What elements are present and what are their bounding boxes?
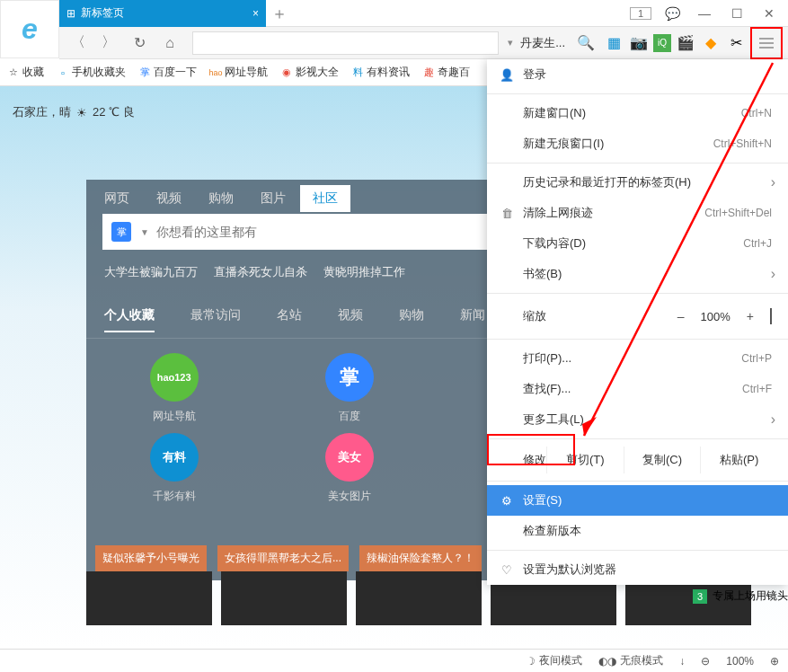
bookmark-mobile[interactable]: ▫手机收藏夹 [57,65,126,80]
nav-tab-sites[interactable]: 名站 [277,307,302,332]
tile-beauty[interactable]: 美女美女图片 [279,433,419,504]
menu-set-default[interactable]: ♡设置为默认浏览器 [487,554,788,585]
zoom-plus[interactable]: + [747,309,754,323]
bookmark-hao[interactable]: hao网址导航 [209,65,268,80]
menu-new-window[interactable]: 新建窗口(N)Ctrl+N [487,98,788,128]
search-tab-video[interactable]: 视频 [156,190,182,207]
nav-tab-shopping[interactable]: 购物 [399,307,424,332]
hamburger-icon [758,37,775,49]
zoom-minus[interactable]: – [677,309,685,323]
hot-item[interactable]: 3专属上场用镜头 [693,588,788,604]
search-engine-label[interactable]: 丹麦生... [517,35,569,51]
mask-icon: ◐◑ [598,655,616,668]
menu-paste[interactable]: 粘贴(P) [700,447,777,473]
zoom-out[interactable]: ⊖ [701,655,710,668]
baidu-paw-icon: 掌 [111,222,131,242]
grid-icon: ⊞ [66,7,75,20]
bookmark-fun[interactable]: 趣奇趣百 [422,65,470,80]
menu-check-update[interactable]: 检查新版本 [487,516,788,546]
reload-button[interactable]: ↻ [126,30,153,57]
iqiyi-icon[interactable]: iQ [653,34,671,52]
diamond-icon[interactable]: ◆ [700,32,722,54]
zoom-level[interactable]: 100% [726,655,754,668]
search-tab-shopping[interactable]: 购物 [208,190,234,207]
heart-icon: ♡ [500,563,514,577]
night-mode[interactable]: ☽夜间模式 [526,653,582,668]
back-button[interactable]: 〈 [65,30,92,57]
menu-history[interactable]: 历史记录和最近打开的标签页(H) [487,167,788,198]
new-tab-button[interactable]: ＋ [266,3,293,24]
address-bar[interactable] [192,31,499,55]
page-count[interactable]: 1 [630,7,651,20]
search-tab-community[interactable]: 社区 [300,185,350,212]
scissors-icon[interactable]: ✂ [725,32,747,54]
search-tab-image[interactable]: 图片 [261,190,286,207]
trash-icon: 🗑 [500,207,514,220]
tab-new[interactable]: ⊞ 新标签页 × [59,0,266,27]
camera-icon[interactable]: 📷 [628,32,650,54]
gear-icon: ⚙ [500,494,514,508]
moon-icon: ☽ [526,655,536,668]
home-button[interactable]: ⌂ [156,30,183,57]
tab-label: 新标签页 [81,5,124,21]
menu-clear[interactable]: 🗑清除上网痕迹Ctrl+Shift+Del [487,198,788,228]
browser-logo: e [0,0,59,58]
main-menu: 👤登录 新建窗口(N)Ctrl+N 新建无痕窗口(I)Ctrl+Shift+N … [487,59,788,585]
menu-settings[interactable]: ⚙设置(S) [487,485,788,516]
nav-tab-video[interactable]: 视频 [338,307,363,332]
menu-login[interactable]: 👤登录 [487,59,788,90]
zoom-in[interactable]: ⊕ [770,655,779,668]
close-icon[interactable]: × [252,7,259,20]
news-chip[interactable]: 女孩得罪黑帮老大之后... [217,545,349,571]
menu-print[interactable]: 打印(P)...Ctrl+P [487,343,788,374]
menu-new-incognito[interactable]: 新建无痕窗口(I)Ctrl+Shift+N [487,128,788,159]
close-button[interactable]: ✕ [757,2,781,25]
weather[interactable]: 石家庄，晴 ☀ 22 ℃ 良 [13,104,135,120]
tile-youliao[interactable]: 有料千影有料 [104,433,243,504]
forward-button[interactable]: 〉 [95,30,122,57]
bookmark-favorites[interactable]: ☆收藏 [7,65,44,80]
fullscreen-icon[interactable] [770,309,772,323]
news-chip[interactable]: 辣椒油保险套整人？！ [359,545,482,571]
bookmark-baidu[interactable]: 掌百度一下 [138,65,197,80]
hot-link[interactable]: 直播杀死女儿自杀 [214,264,307,280]
menu-edit-row: 修改 剪切(T) 复制(C) 粘贴(P) [487,443,788,477]
menu-downloads[interactable]: 下载内容(D)Ctrl+J [487,228,788,259]
feedback-icon[interactable]: 💬 [660,2,684,25]
search-button[interactable]: 🔍 [572,30,599,57]
bookmark-news[interactable]: 料有料资讯 [351,65,410,80]
film-icon[interactable]: 🎬 [675,32,696,54]
menu-more-tools[interactable]: 更多工具(L) [487,404,788,435]
download-icon: ↓ [679,655,685,668]
user-icon: 👤 [500,68,514,82]
news-chip[interactable]: 疑似张馨予小号曝光 [95,545,207,571]
maximize-button[interactable]: ☐ [725,2,748,25]
title-bar: ⊞ 新标签页 × ＋ 1 💬 — ☐ ✕ [59,0,788,27]
menu-bookmarks[interactable]: 书签(B) [487,259,788,289]
hot-link[interactable]: 黄晓明推掉工作 [323,264,405,280]
menu-cut[interactable]: 剪切(T) [546,447,624,473]
tile-baidu[interactable]: 掌百度 [279,353,419,424]
menu-copy[interactable]: 复制(C) [624,447,701,473]
incognito-mode[interactable]: ◐◑无痕模式 [598,653,663,668]
thumb[interactable] [221,571,347,625]
minimize-button[interactable]: — [693,2,716,25]
download-status[interactable]: ↓ [679,655,685,668]
zoom-value: 100% [701,310,730,323]
nav-tab-most[interactable]: 最常访问 [190,307,241,332]
bookmark-video[interactable]: ◉影视大全 [280,65,339,80]
hot-link[interactable]: 大学生被骗九百万 [104,264,198,280]
thumb[interactable] [356,571,482,625]
nav-tab-news[interactable]: 新闻 [460,307,485,332]
nav-tab-favorites[interactable]: 个人收藏 [104,307,155,332]
toolbar: 〈 〉 ↻ ⌂ ▾ 丹麦生... 🔍 ▦ 📷 iQ 🎬 ◆ ✂ [59,27,788,59]
menu-button[interactable] [750,27,783,59]
search-tab-web[interactable]: 网页 [104,190,129,207]
menu-zoom: 缩放 – 100% + [487,297,788,335]
status-bar: ☽夜间模式 ◐◑无痕模式 ↓ ⊖ 100% ⊕ [0,649,788,672]
apps-icon[interactable]: ▦ [603,32,624,54]
tile-hao123[interactable]: hao123网址导航 [104,353,243,424]
menu-find[interactable]: 查找(F)...Ctrl+F [487,374,788,404]
sun-icon: ☀ [76,106,87,119]
thumb[interactable] [86,571,212,625]
